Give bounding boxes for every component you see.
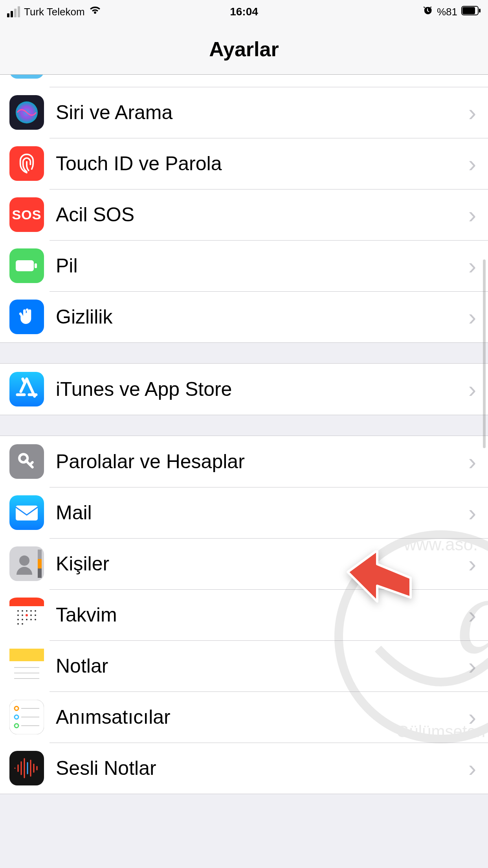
chevron-right-icon: ›: [468, 755, 488, 782]
svg-rect-14: [38, 550, 42, 559]
svg-point-23: [26, 610, 28, 612]
row-label: Parolalar ve Hesaplar: [44, 450, 468, 473]
settings-row-mail[interactable]: Mail›: [0, 487, 488, 538]
svg-rect-20: [9, 602, 44, 606]
battery-percent: %81: [437, 6, 457, 18]
contacts-icon: [9, 546, 44, 581]
svg-point-33: [30, 619, 32, 620]
svg-point-27: [22, 614, 23, 616]
svg-point-35: [17, 623, 19, 625]
settings-row-passwords[interactable]: Parolalar ve Hesaplar›: [0, 436, 488, 487]
scrollbar[interactable]: [483, 259, 486, 448]
wallpaper-icon: [9, 75, 44, 79]
status-bar: Turk Telekom 16:04 %81: [0, 0, 488, 24]
chevron-right-icon: ›: [468, 75, 488, 75]
notes-icon: [9, 649, 44, 683]
settings-row-battery[interactable]: Pil›: [0, 240, 488, 291]
row-label: Acil SOS: [44, 203, 468, 226]
row-label: Touch ID ve Parola: [44, 152, 468, 175]
chevron-right-icon: ›: [468, 201, 488, 228]
svg-point-25: [35, 610, 36, 612]
status-time: 16:04: [230, 6, 258, 18]
settings-section: Parolalar ve Hesaplar›Mail›Kişiler›Takvi…: [0, 436, 488, 794]
chevron-right-icon: ›: [468, 601, 488, 629]
settings-row-sos[interactable]: SOSAcil SOS›: [0, 189, 488, 240]
svg-point-21: [17, 610, 19, 612]
svg-point-36: [22, 623, 23, 625]
settings-row-reminders[interactable]: Anımsatıcılar›: [0, 691, 488, 743]
settings-row-privacy[interactable]: Gizlilik›: [0, 291, 488, 342]
voicememos-icon: [9, 751, 44, 785]
svg-rect-7: [16, 260, 34, 271]
row-label: Gizlilik: [44, 305, 468, 328]
calendar-icon: [9, 598, 44, 632]
svg-point-24: [30, 610, 32, 612]
svg-rect-40: [9, 649, 44, 657]
settings-row-contacts[interactable]: Kişiler›: [0, 538, 488, 589]
fingerprint-icon: [9, 146, 44, 181]
row-label: Notlar: [44, 655, 468, 677]
settings-section: iTunes ve App Store›: [0, 363, 488, 415]
chevron-right-icon: ›: [468, 499, 488, 526]
chevron-right-icon: ›: [468, 704, 488, 731]
settings-row-siri[interactable]: Siri ve Arama›: [0, 87, 488, 138]
nav-bar: Ayarlar: [0, 24, 488, 75]
reminders-icon: [9, 700, 44, 734]
row-label: Anımsatıcılar: [44, 706, 468, 728]
mail-icon: [9, 495, 44, 530]
row-label: Pil: [44, 254, 468, 277]
row-label: Mail: [44, 501, 468, 524]
chevron-right-icon: ›: [468, 653, 488, 680]
chevron-right-icon: ›: [468, 448, 488, 475]
row-label: Kişiler: [44, 552, 468, 575]
chevron-right-icon: ›: [468, 99, 488, 126]
hand-icon: [9, 300, 44, 334]
siri-icon: [9, 95, 44, 130]
battery-icon: [461, 6, 481, 18]
settings-row-notes[interactable]: Notlar›: [0, 640, 488, 691]
svg-point-22: [22, 610, 23, 612]
svg-rect-9: [9, 372, 44, 406]
status-right: %81: [422, 5, 481, 19]
settings-row-wallpaper[interactable]: Duvar Kağıdı›: [0, 75, 488, 87]
svg-point-30: [17, 619, 19, 620]
status-left: Turk Telekom: [7, 6, 101, 18]
settings-row-itunes[interactable]: iTunes ve App Store›: [0, 364, 488, 415]
svg-point-26: [17, 614, 19, 616]
svg-rect-16: [38, 568, 42, 578]
chevron-right-icon: ›: [468, 150, 488, 177]
settings-row-calendar[interactable]: Takvim›: [0, 589, 488, 640]
alarm-icon: [422, 5, 433, 19]
content-scroll[interactable]: Duvar Kağıdı›Siri ve Arama›Touch ID ve P…: [0, 75, 488, 868]
svg-point-32: [26, 619, 28, 620]
row-label: Sesli Notlar: [44, 757, 468, 780]
svg-point-17: [19, 555, 29, 566]
sos-icon: SOS: [9, 197, 44, 232]
svg-rect-15: [38, 559, 42, 568]
svg-rect-8: [35, 263, 37, 268]
svg-rect-12: [16, 506, 38, 520]
chevron-right-icon: ›: [468, 550, 488, 577]
row-label: Siri ve Arama: [44, 101, 468, 124]
settings-row-touchid[interactable]: Touch ID ve Parola›: [0, 138, 488, 189]
svg-rect-2: [479, 9, 481, 13]
appstore-icon: [9, 372, 44, 406]
svg-rect-1: [462, 7, 475, 14]
battery-icon: [9, 248, 44, 283]
key-icon: [9, 444, 44, 479]
svg-point-28: [30, 614, 32, 616]
nav-title: Ayarlar: [209, 37, 279, 61]
carrier-label: Turk Telekom: [24, 6, 85, 18]
wifi-icon: [89, 6, 101, 18]
svg-point-37: [26, 614, 28, 616]
svg-point-29: [35, 614, 36, 616]
settings-row-voicememos[interactable]: Sesli Notlar›: [0, 743, 488, 794]
svg-point-31: [22, 619, 23, 620]
row-label: iTunes ve App Store: [44, 378, 468, 401]
row-label: Takvim: [44, 603, 468, 626]
svg-point-34: [35, 619, 36, 620]
settings-section: Duvar Kağıdı›Siri ve Arama›Touch ID ve P…: [0, 75, 488, 343]
signal-icon: [7, 6, 20, 17]
